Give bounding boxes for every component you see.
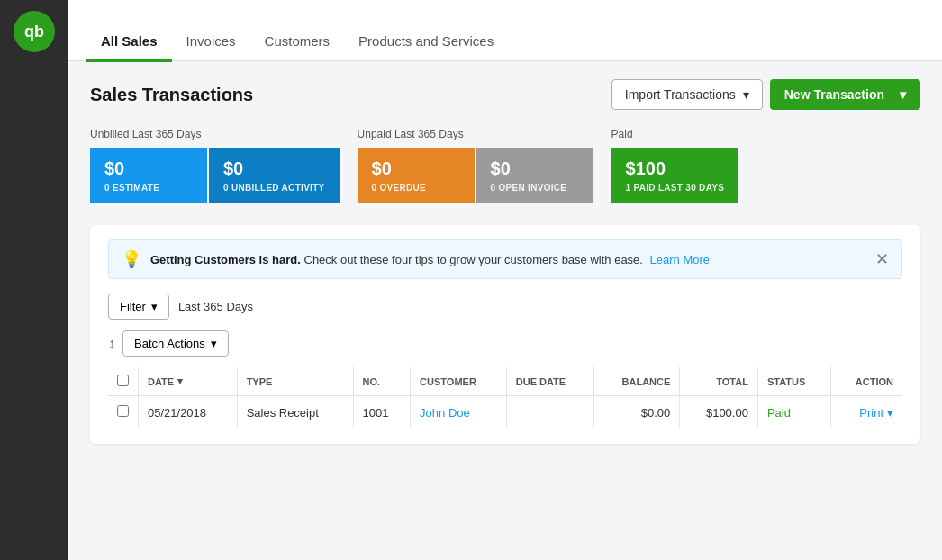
sort-icon: ↕ bbox=[108, 336, 115, 352]
row-select-checkbox[interactable] bbox=[117, 405, 129, 417]
select-all-header bbox=[108, 367, 139, 396]
chevron-down-icon: ▾ bbox=[151, 300, 158, 313]
type-column-header: TYPE bbox=[237, 367, 353, 396]
batch-actions-button[interactable]: Batch Actions ▾ bbox=[122, 330, 229, 357]
due-date-column-header: DUE DATE bbox=[506, 367, 593, 396]
balance-column-header: BALANCE bbox=[594, 367, 680, 396]
sort-arrow-icon: ▾ bbox=[177, 375, 183, 387]
caret-icon: ▾ bbox=[892, 87, 906, 102]
batch-row: ↕ Batch Actions ▾ bbox=[108, 330, 902, 357]
controls-row: Filter ▾ Last 365 Days bbox=[108, 294, 902, 320]
tab-products-services[interactable]: Products and Services bbox=[344, 21, 508, 61]
paid-label: Paid bbox=[611, 128, 739, 140]
main-content: All Sales Invoices Customers Products an… bbox=[68, 0, 942, 560]
new-transaction-button[interactable]: New Transaction ▾ bbox=[770, 79, 920, 110]
row-customer-cell[interactable]: John Doe bbox=[411, 396, 507, 429]
tab-invoices[interactable]: Invoices bbox=[172, 21, 250, 61]
unbilled-label: Unbilled Last 365 Days bbox=[90, 128, 340, 140]
tab-customers[interactable]: Customers bbox=[250, 21, 345, 61]
sidebar: qb bbox=[0, 0, 68, 560]
unpaid-group: Unpaid Last 365 Days $0 0 OVERDUE $0 0 O… bbox=[358, 128, 593, 203]
row-status-cell: Paid bbox=[757, 396, 830, 429]
header-buttons: Import Transactions ▾ New Transaction ▾ bbox=[611, 79, 920, 110]
chevron-down-icon: ▾ bbox=[211, 337, 217, 350]
row-total-cell: $100.00 bbox=[680, 396, 758, 429]
select-all-checkbox[interactable] bbox=[117, 375, 129, 386]
row-type-cell: Sales Receipt bbox=[237, 396, 353, 429]
action-column-header: ACTION bbox=[830, 367, 902, 396]
unbilled-cards: $0 0 ESTIMATE $0 0 UNBILLED ACTIVITY bbox=[90, 148, 340, 203]
learn-more-link[interactable]: Learn More bbox=[650, 253, 710, 266]
info-panel: 💡 Getting Customers is hard. Check out t… bbox=[90, 225, 920, 444]
overdue-amount: $0 bbox=[372, 158, 460, 179]
row-date-cell: 05/21/2018 bbox=[139, 396, 238, 429]
chevron-down-icon: ▾ bbox=[887, 406, 893, 420]
tabs-bar: All Sales Invoices Customers Products an… bbox=[68, 0, 942, 61]
overdue-card[interactable]: $0 0 OVERDUE bbox=[358, 148, 475, 203]
page-title: Sales Transactions bbox=[90, 85, 253, 105]
summary-section: Unbilled Last 365 Days $0 0 ESTIMATE $0 … bbox=[90, 128, 920, 203]
import-transactions-button[interactable]: Import Transactions ▾ bbox=[611, 79, 763, 110]
row-balance-cell: $0.00 bbox=[594, 396, 680, 429]
status-badge: Paid bbox=[767, 406, 791, 420]
paid-group: Paid $100 1 PAID LAST 30 DAYS bbox=[611, 128, 739, 203]
unbilled-activity-card[interactable]: $0 0 UNBILLED ACTIVITY bbox=[209, 148, 340, 203]
info-banner-text: Getting Customers is hard. Check out the… bbox=[150, 253, 866, 266]
paid-cards: $100 1 PAID LAST 30 DAYS bbox=[611, 148, 739, 203]
chevron-down-icon: ▾ bbox=[743, 87, 749, 102]
info-banner: 💡 Getting Customers is hard. Check out t… bbox=[108, 239, 902, 279]
date-column-header[interactable]: DATE ▾ bbox=[139, 367, 238, 396]
open-invoice-sub: 0 OPEN INVOICE bbox=[491, 183, 579, 193]
open-invoice-card[interactable]: $0 0 OPEN INVOICE bbox=[476, 148, 593, 203]
print-button[interactable]: Print ▾ bbox=[859, 406, 893, 420]
customer-column-header: CUSTOMER bbox=[411, 367, 507, 396]
unpaid-cards: $0 0 OVERDUE $0 0 OPEN INVOICE bbox=[358, 148, 593, 203]
filter-button[interactable]: Filter ▾ bbox=[108, 294, 169, 320]
paid-card[interactable]: $100 1 PAID LAST 30 DAYS bbox=[611, 148, 739, 203]
estimate-card[interactable]: $0 0 ESTIMATE bbox=[90, 148, 207, 203]
unbilled-group: Unbilled Last 365 Days $0 0 ESTIMATE $0 … bbox=[90, 128, 340, 203]
status-column-header: STATUS bbox=[757, 367, 830, 396]
unpaid-label: Unpaid Last 365 Days bbox=[358, 128, 593, 140]
date-range-label: Last 365 Days bbox=[178, 300, 253, 313]
close-icon[interactable]: ✕ bbox=[875, 251, 889, 267]
row-no-cell: 1001 bbox=[353, 396, 411, 429]
open-invoice-amount: $0 bbox=[491, 158, 579, 179]
paid-sub: 1 PAID LAST 30 DAYS bbox=[626, 183, 725, 193]
estimate-sub: 0 ESTIMATE bbox=[104, 183, 193, 193]
page-body: Sales Transactions Import Transactions ▾… bbox=[68, 61, 942, 560]
row-checkbox-cell bbox=[108, 396, 139, 429]
lightbulb-icon: 💡 bbox=[122, 249, 141, 269]
transactions-table: DATE ▾ TYPE NO. CUSTOMER bbox=[108, 367, 902, 429]
tab-all-sales[interactable]: All Sales bbox=[86, 21, 172, 61]
estimate-amount: $0 bbox=[104, 158, 193, 179]
row-due-date-cell bbox=[506, 396, 593, 429]
table-row: 05/21/2018 Sales Receipt 1001 John Doe $… bbox=[108, 396, 902, 429]
total-column-header: TOTAL bbox=[680, 367, 758, 396]
unbilled-sub: 0 UNBILLED ACTIVITY bbox=[223, 183, 325, 193]
qb-logo-icon[interactable]: qb bbox=[14, 11, 55, 52]
paid-amount: $100 bbox=[626, 158, 725, 179]
overdue-sub: 0 OVERDUE bbox=[372, 183, 460, 193]
header-row: Sales Transactions Import Transactions ▾… bbox=[90, 79, 920, 110]
unbilled-amount: $0 bbox=[223, 158, 325, 179]
no-column-header: NO. bbox=[353, 367, 411, 396]
row-action-cell: Print ▾ bbox=[830, 396, 902, 429]
